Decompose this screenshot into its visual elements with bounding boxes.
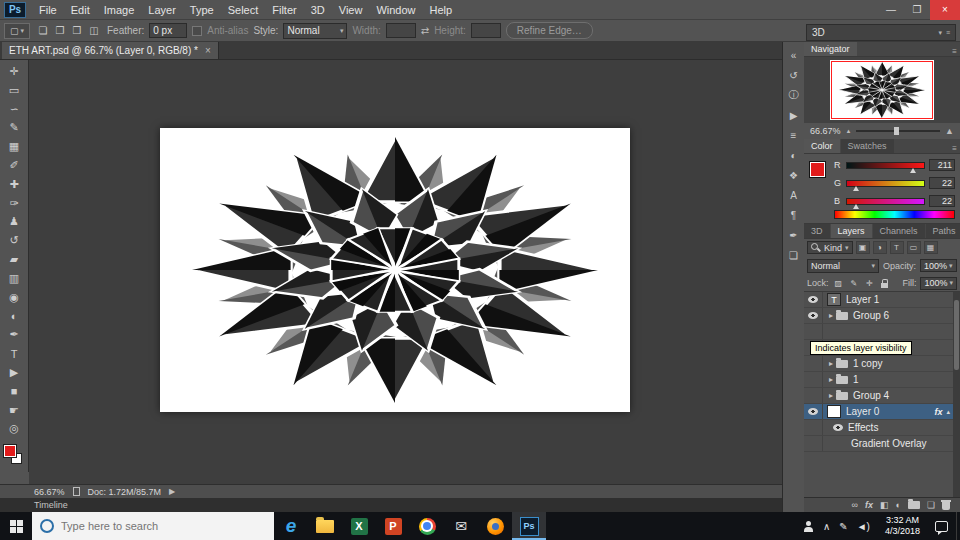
- shape-filter-icon[interactable]: ▭: [907, 241, 921, 254]
- hidden-icons-chevron-icon[interactable]: ∧: [823, 521, 830, 532]
- brush-tool[interactable]: ✑: [0, 194, 29, 213]
- blue-slider-thumb[interactable]: [853, 204, 859, 209]
- quick-selection-tool[interactable]: ✎: [0, 118, 29, 137]
- tab-3d[interactable]: 3D: [804, 224, 830, 238]
- navigator-zoom-value[interactable]: 66.67%: [810, 126, 841, 136]
- collapse-panels-icon[interactable]: «: [786, 48, 802, 62]
- character-icon[interactable]: A: [786, 188, 802, 202]
- start-button[interactable]: [0, 512, 32, 540]
- gradient-tool[interactable]: ▥: [0, 269, 29, 288]
- status-options-arrow-icon[interactable]: ▶: [169, 487, 175, 496]
- layer-row-1-copy[interactable]: ▸ 1 copy: [804, 356, 960, 372]
- layer-row-group-4[interactable]: ▸ Group 4: [804, 388, 960, 404]
- menu-help[interactable]: Help: [423, 0, 460, 20]
- visibility-toggle[interactable]: [804, 388, 823, 403]
- people-icon[interactable]: [803, 521, 814, 532]
- group-expand-icon[interactable]: ▸: [829, 391, 833, 400]
- fx-collapse-icon[interactable]: ▴: [946, 408, 950, 416]
- pixel-layer-filter-icon[interactable]: ▣: [856, 241, 870, 254]
- foreground-color-chip[interactable]: [3, 444, 17, 458]
- foreground-swatch[interactable]: [809, 161, 826, 178]
- paragraph-icon[interactable]: ¶: [786, 208, 802, 222]
- hand-tool[interactable]: ☛: [0, 401, 29, 420]
- new-selection-icon[interactable]: ❏: [35, 23, 51, 39]
- taskbar-app-chrome[interactable]: [410, 512, 444, 540]
- scrollbar-thumb[interactable]: [954, 300, 959, 370]
- tab-navigator[interactable]: Navigator: [804, 42, 857, 56]
- visibility-toggle[interactable]: [804, 404, 823, 419]
- panel-menu-icon[interactable]: ≡: [952, 47, 957, 56]
- layer-row-layer-1[interactable]: T Layer 1: [804, 292, 960, 308]
- layer-row-hidden[interactable]: [804, 324, 960, 340]
- lock-position-icon[interactable]: ✛: [863, 277, 874, 290]
- filter-kind-select[interactable]: Kind ▾: [807, 241, 853, 254]
- taskbar-app-powerpoint[interactable]: P: [376, 512, 410, 540]
- taskbar-app-file-explorer[interactable]: [308, 512, 342, 540]
- crop-tool[interactable]: ▦: [0, 137, 29, 156]
- zoom-slider-thumb[interactable]: [894, 127, 899, 135]
- notification-center-icon[interactable]: [935, 521, 948, 532]
- link-layers-icon[interactable]: ∞: [852, 500, 858, 510]
- group-expand-icon[interactable]: ▸: [829, 375, 833, 384]
- adjustment-layer-icon[interactable]: ◐: [895, 500, 900, 510]
- zoom-out-icon[interactable]: ▲: [846, 128, 852, 134]
- new-layer-icon[interactable]: ❏: [927, 500, 935, 510]
- layer-row-layer-0[interactable]: Layer 0 fx ▴: [804, 404, 960, 420]
- new-group-icon[interactable]: [908, 501, 920, 509]
- green-value[interactable]: 22: [929, 177, 955, 189]
- visibility-toggle[interactable]: [804, 308, 823, 323]
- taskbar-search[interactable]: [32, 512, 274, 540]
- rectangle-tool[interactable]: ■: [0, 382, 29, 401]
- panel-menu-icon[interactable]: ≡: [952, 144, 957, 153]
- panel-menu-icon[interactable]: ≡: [946, 29, 950, 36]
- tab-paths[interactable]: Paths: [926, 224, 960, 238]
- opacity-value[interactable]: 100%▾: [920, 259, 957, 272]
- minimize-button[interactable]: —: [878, 0, 904, 20]
- visibility-toggle[interactable]: [804, 372, 823, 387]
- adjustment-filter-icon[interactable]: ◑: [873, 241, 887, 254]
- fill-value[interactable]: 100%▾: [920, 277, 957, 290]
- layer-style-icon[interactable]: fx: [865, 500, 873, 510]
- eyedropper-tool[interactable]: ✐: [0, 156, 29, 175]
- eye-icon[interactable]: [833, 424, 843, 431]
- style-select[interactable]: Normal▾: [283, 23, 347, 39]
- menu-window[interactable]: Window: [369, 0, 422, 20]
- layer-row-1[interactable]: ▸ 1: [804, 372, 960, 388]
- layers-scrollbar[interactable]: [953, 292, 960, 497]
- lock-pixels-icon[interactable]: ✎: [848, 277, 859, 290]
- add-selection-icon[interactable]: ❐: [52, 23, 68, 39]
- smart-object-filter-icon[interactable]: ▦: [924, 241, 938, 254]
- styles-icon[interactable]: ❖: [786, 168, 802, 182]
- red-slider[interactable]: [846, 162, 925, 169]
- red-value[interactable]: 211: [929, 159, 955, 171]
- lasso-tool[interactable]: ∽: [0, 100, 29, 119]
- path-selection-tool[interactable]: ▶: [0, 363, 29, 382]
- spot-healing-brush-tool[interactable]: ✚: [0, 175, 29, 194]
- restore-button[interactable]: ❐: [904, 0, 930, 20]
- layer-row-gradient-overlay[interactable]: Gradient Overlay: [804, 436, 960, 452]
- green-slider-thumb[interactable]: [853, 186, 859, 191]
- blue-slider[interactable]: [846, 198, 925, 205]
- type-tool[interactable]: T: [0, 344, 29, 363]
- tool-preset-picker[interactable]: ▢▾: [4, 23, 30, 39]
- tab-swatches[interactable]: Swatches: [841, 139, 894, 153]
- menu-3d[interactable]: 3D: [304, 0, 332, 20]
- properties-icon[interactable]: ≡: [786, 128, 802, 142]
- visibility-toggle[interactable]: [804, 324, 823, 339]
- brush-panel-icon[interactable]: ✒: [786, 228, 802, 242]
- visibility-toggle[interactable]: [804, 436, 823, 451]
- actions-icon[interactable]: ▶: [786, 108, 802, 122]
- taskbar-app-edge[interactable]: e: [274, 512, 308, 540]
- refine-edge-button[interactable]: Refine Edge…: [506, 22, 593, 39]
- info-icon[interactable]: ⓘ: [786, 88, 802, 102]
- lock-transparency-icon[interactable]: ▨: [833, 277, 844, 290]
- taskbar-clock[interactable]: 3:32 AM 4/3/2018: [879, 515, 926, 537]
- taskbar-app-firefox[interactable]: [478, 512, 512, 540]
- close-button[interactable]: ×: [930, 0, 960, 20]
- tab-layers[interactable]: Layers: [831, 224, 872, 238]
- zoom-in-icon[interactable]: ▲: [945, 126, 954, 136]
- layer-row-group-6[interactable]: ▸ Group 6: [804, 308, 960, 324]
- lock-all-icon[interactable]: [879, 277, 890, 290]
- feather-input[interactable]: [149, 23, 187, 38]
- delete-layer-icon[interactable]: [942, 500, 950, 510]
